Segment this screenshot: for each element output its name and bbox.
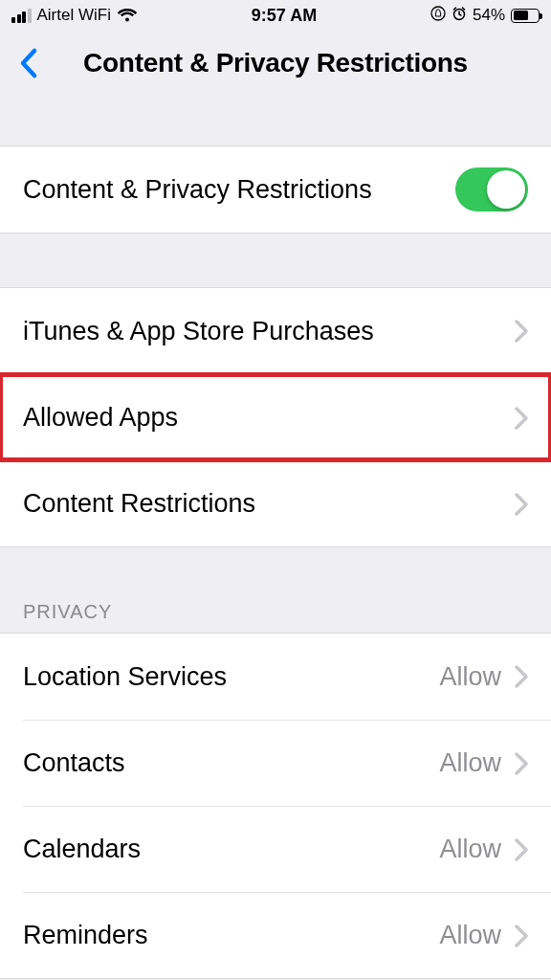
signal-icon [11, 9, 32, 23]
privacy-section-header: PRIVACY [0, 547, 551, 633]
row-calendars[interactable]: Calendars Allow [23, 806, 551, 892]
chevron-right-icon [515, 493, 528, 516]
spacer [0, 96, 551, 145]
row-label: Location Services [23, 662, 439, 692]
chevron-right-icon [515, 838, 528, 861]
row-allowed-apps[interactable]: Allowed Apps [0, 374, 551, 460]
chevron-right-icon [515, 665, 528, 688]
wifi-icon [117, 8, 138, 23]
nav-header: Content & Privacy Restrictions [0, 31, 551, 96]
restrictions-toggle-group: Content & Privacy Restrictions [0, 145, 551, 234]
alarm-icon [452, 6, 467, 25]
restrictions-toggle-label: Content & Privacy Restrictions [23, 175, 455, 205]
row-value: Allow [439, 662, 501, 692]
chevron-right-icon [515, 752, 528, 775]
clock: 9:57 AM [252, 6, 317, 26]
row-label: Contacts [23, 748, 439, 778]
restrictions-rows-group: iTunes & App Store Purchases Allowed App… [0, 287, 551, 547]
svg-point-0 [431, 7, 445, 20]
row-value: Allow [439, 921, 501, 950]
back-button[interactable] [10, 44, 48, 82]
row-label: Allowed Apps [23, 403, 501, 433]
privacy-group: Location Services Allow Contacts Allow C… [0, 633, 551, 979]
chevron-right-icon [515, 320, 528, 343]
carrier-label: Airtel WiFi [37, 6, 111, 25]
rotation-lock-icon [430, 6, 446, 25]
row-value: Allow [439, 748, 501, 778]
chevron-right-icon [515, 407, 528, 430]
row-label: iTunes & App Store Purchases [23, 317, 501, 346]
row-contacts[interactable]: Contacts Allow [23, 720, 551, 806]
page-title: Content & Privacy Restrictions [0, 48, 551, 78]
row-reminders[interactable]: Reminders Allow [23, 892, 551, 978]
restrictions-toggle[interactable] [455, 167, 528, 212]
battery-pct: 54% [473, 6, 505, 25]
row-label: Reminders [23, 921, 439, 950]
row-value: Allow [439, 835, 501, 864]
row-label: Calendars [23, 835, 439, 864]
row-location-services[interactable]: Location Services Allow [0, 634, 551, 720]
status-bar: Airtel WiFi 9:57 AM 54% [0, 0, 551, 31]
chevron-right-icon [515, 924, 528, 947]
row-itunes-purchases[interactable]: iTunes & App Store Purchases [0, 288, 551, 374]
row-content-restrictions[interactable]: Content Restrictions [0, 460, 551, 546]
restrictions-toggle-row: Content & Privacy Restrictions [0, 146, 551, 233]
spacer [0, 234, 551, 287]
row-label: Content Restrictions [23, 489, 501, 519]
battery-icon [511, 9, 540, 23]
